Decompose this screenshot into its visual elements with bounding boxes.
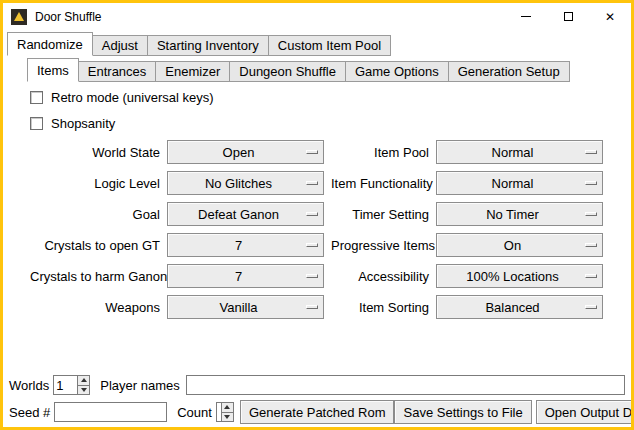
close-icon: ✕ [605, 11, 615, 23]
timer-setting-label: Timer Setting [331, 207, 429, 222]
dropdown-indicator-icon [306, 274, 318, 278]
goal-label: Goal [30, 207, 160, 222]
timer-setting-dropdown[interactable]: No Timer [436, 202, 603, 226]
tab-adjust[interactable]: Adjust [92, 35, 148, 56]
tab-randomize[interactable]: Randomize [7, 32, 93, 56]
crystals-gt-dropdown[interactable]: 7 [167, 233, 324, 257]
worlds-spin-buttons [77, 376, 89, 394]
spin-down-icon [81, 388, 87, 392]
close-button[interactable]: ✕ [589, 3, 631, 30]
seed-input[interactable] [54, 402, 167, 422]
outer-tab-bar: Randomize Adjust Starting Inventory Cust… [7, 32, 631, 56]
progressive-items-label: Progressive Items [331, 238, 429, 253]
dropdown-indicator-icon [585, 243, 597, 247]
dropdown-indicator-icon [306, 150, 318, 154]
worlds-row: Worlds Player names [9, 374, 625, 396]
progressive-items-dropdown[interactable]: On [436, 233, 603, 257]
dropdown-indicator-icon [585, 305, 597, 309]
window-title: Door Shuffle [35, 10, 102, 24]
item-pool-value: Normal [492, 145, 534, 160]
dropdown-indicator-icon [306, 212, 318, 216]
titlebar: Door Shuffle ✕ [3, 3, 631, 30]
dropdown-indicator-icon [585, 150, 597, 154]
maximize-icon [564, 12, 573, 21]
retro-mode-label: Retro mode (universal keys) [51, 90, 214, 105]
tab-enemizer[interactable]: Enemizer [155, 61, 230, 82]
tab-generation-setup[interactable]: Generation Setup [448, 61, 570, 82]
worlds-spin-up-button[interactable] [78, 376, 89, 385]
player-names-label: Player names [100, 378, 179, 393]
count-spinbox[interactable] [216, 402, 234, 422]
item-pool-dropdown[interactable]: Normal [436, 140, 603, 164]
window: Door Shuffle ✕ Randomize Adjust Starting… [0, 0, 634, 430]
tab-game-options[interactable]: Game Options [345, 61, 449, 82]
tab-dungeon-shuffle[interactable]: Dungeon Shuffle [229, 61, 346, 82]
maximize-button[interactable] [547, 3, 589, 30]
progressive-items-value: On [504, 238, 521, 253]
tab-entrances[interactable]: Entrances [78, 61, 157, 82]
settings-grid: World State Open Item Pool Normal Logic … [30, 140, 631, 319]
world-state-label: World State [30, 145, 160, 160]
logic-level-dropdown[interactable]: No Glitches [167, 171, 324, 195]
open-output-directory-button[interactable]: Open Output Directory [536, 400, 634, 424]
worlds-label: Worlds [9, 378, 49, 393]
item-functionality-label: Item Functionality [331, 176, 429, 191]
dropdown-indicator-icon [585, 181, 597, 185]
dropdown-indicator-icon [585, 212, 597, 216]
item-functionality-dropdown[interactable]: Normal [436, 171, 603, 195]
dropdown-indicator-icon [306, 181, 318, 185]
crystals-ganon-value: 7 [235, 269, 242, 284]
spin-up-icon [224, 405, 230, 409]
dropdown-indicator-icon [306, 243, 318, 247]
logic-level-label: Logic Level [30, 176, 160, 191]
item-sorting-dropdown[interactable]: Balanced [436, 295, 603, 319]
generate-patched-rom-button[interactable]: Generate Patched Rom [240, 400, 395, 424]
shopsanity-label: Shopsanity [51, 116, 115, 131]
item-functionality-value: Normal [492, 176, 534, 191]
item-sorting-value: Balanced [485, 300, 539, 315]
spin-up-icon [81, 378, 87, 382]
player-names-input[interactable] [186, 375, 625, 395]
goal-dropdown[interactable]: Defeat Ganon [167, 202, 324, 226]
retro-mode-checkbox[interactable] [30, 91, 43, 104]
logic-level-value: No Glitches [205, 176, 272, 191]
worlds-spin-down-button[interactable] [78, 385, 89, 395]
item-sorting-label: Item Sorting [331, 300, 429, 315]
accessibility-value: 100% Locations [466, 269, 559, 284]
weapons-label: Weapons [30, 300, 160, 315]
crystals-gt-value: 7 [235, 238, 242, 253]
dropdown-indicator-icon [585, 274, 597, 278]
app-icon [11, 9, 27, 25]
inner-tab-bar: Items Entrances Enemizer Dungeon Shuffle… [27, 58, 631, 82]
tab-custom-item-pool[interactable]: Custom Item Pool [268, 35, 391, 56]
crystals-ganon-dropdown[interactable]: 7 [167, 264, 324, 288]
save-settings-button[interactable]: Save Settings to File [394, 400, 531, 424]
accessibility-label: Accessibility [331, 269, 429, 284]
shopsanity-checkbox[interactable] [30, 117, 43, 130]
tab-items[interactable]: Items [27, 58, 79, 82]
count-label: Count [177, 405, 212, 420]
spin-down-icon [224, 415, 230, 419]
window-controls: ✕ [505, 3, 631, 30]
tab-starting-inventory[interactable]: Starting Inventory [147, 35, 269, 56]
minimize-icon [521, 16, 531, 17]
weapons-dropdown[interactable]: Vanilla [167, 295, 324, 319]
worlds-input[interactable] [54, 376, 77, 394]
goal-value: Defeat Ganon [198, 207, 279, 222]
seed-row: Seed # Count Generate Patched Rom Save S… [9, 400, 625, 424]
timer-setting-value: No Timer [486, 207, 539, 222]
minimize-button[interactable] [505, 3, 547, 30]
shopsanity-checkbox-row[interactable]: Shopsanity [30, 116, 631, 130]
count-spin-buttons [221, 403, 233, 421]
count-spin-up-button[interactable] [222, 403, 233, 412]
seed-label: Seed # [9, 405, 50, 420]
retro-mode-checkbox-row[interactable]: Retro mode (universal keys) [30, 90, 631, 104]
accessibility-dropdown[interactable]: 100% Locations [436, 264, 603, 288]
dropdown-indicator-icon [306, 305, 318, 309]
count-spin-down-button[interactable] [222, 412, 233, 422]
worlds-spinbox[interactable] [53, 375, 90, 395]
world-state-dropdown[interactable]: Open [167, 140, 324, 164]
crystals-gt-label: Crystals to open GT [30, 238, 160, 253]
weapons-value: Vanilla [219, 300, 257, 315]
item-pool-label: Item Pool [331, 145, 429, 160]
